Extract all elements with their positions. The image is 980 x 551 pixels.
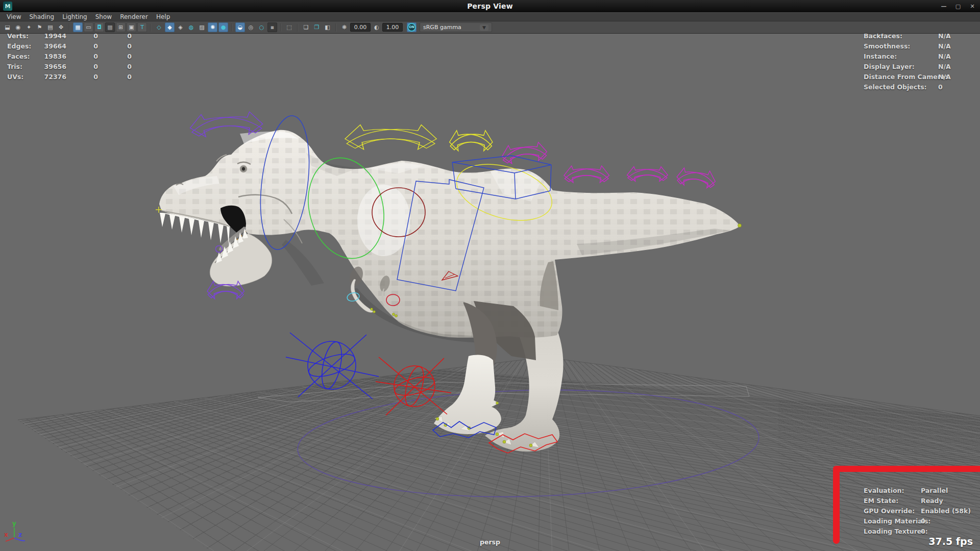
hud-row: Smoothness:N/A bbox=[864, 41, 951, 52]
xray-active-button[interactable]: ◧ bbox=[323, 22, 332, 32]
ik-sphere-control-blue[interactable] bbox=[286, 333, 379, 399]
motion-blur-button[interactable]: ◎ bbox=[246, 22, 256, 32]
safe-action-button[interactable]: ▣ bbox=[127, 22, 136, 32]
menu-renderer[interactable]: Renderer bbox=[116, 12, 152, 21]
textured-button[interactable]: ◍ bbox=[186, 22, 196, 32]
toolbar-separator bbox=[280, 23, 281, 32]
image-plane-icon[interactable]: ▤ bbox=[45, 22, 55, 32]
bookmark-icon[interactable]: ⚑ bbox=[35, 22, 44, 32]
hud-row: Edges:3966400 bbox=[7, 41, 132, 52]
hud-row: Display Layer:N/A bbox=[864, 62, 951, 72]
wireframe-on-shaded-button[interactable]: ◈ bbox=[176, 22, 185, 32]
hud-row: Instance:N/A bbox=[864, 52, 951, 62]
field-chart-button[interactable]: ⊞ bbox=[116, 22, 126, 32]
view-transform-value: sRGB gamma bbox=[423, 24, 461, 31]
dof-button[interactable]: ▪ bbox=[267, 22, 277, 32]
lights-button[interactable]: ✺ bbox=[208, 22, 217, 32]
viewport: Verts:1994400 Edges:3966400 Faces:198360… bbox=[0, 34, 980, 551]
hud-row: Distance From Camera:N/A bbox=[864, 72, 951, 82]
hud-row: EM State:Ready bbox=[864, 496, 971, 506]
xray-button[interactable]: ❏ bbox=[301, 22, 311, 32]
hud-object-details: Backfaces:N/A Smoothness:N/A Instance:N/… bbox=[864, 34, 951, 92]
menu-lighting[interactable]: Lighting bbox=[58, 12, 91, 21]
spine-rotate-control-1[interactable] bbox=[345, 125, 436, 149]
resolution-gate-button[interactable]: ◘ bbox=[94, 22, 104, 32]
menu-help[interactable]: Help bbox=[152, 12, 174, 21]
hud-row: Backfaces:N/A bbox=[864, 34, 951, 41]
minimize-icon[interactable]: — bbox=[940, 3, 947, 10]
anti-alias-button[interactable]: ○ bbox=[257, 22, 266, 32]
film-gate-button[interactable]: ▭ bbox=[84, 22, 93, 32]
gamma-input[interactable] bbox=[382, 23, 403, 32]
spine-rotate-control-2[interactable] bbox=[450, 131, 493, 151]
window-title: Persp View bbox=[0, 2, 980, 10]
hud-row: Loading Materials:0 bbox=[864, 516, 971, 527]
ssao-button[interactable]: ◒ bbox=[235, 22, 245, 32]
axis-gizmo[interactable]: y x z bbox=[1, 515, 34, 548]
panel-toolbar: ⬓ ◉ ✦ ⚑ ▤ ✥ ▦ ▭ ◘ ▩ ⊞ ▣ T ◇ ◆ ◈ ◍ ▨ ✺ ● … bbox=[0, 21, 980, 34]
xray-joints-button[interactable]: ❐ bbox=[312, 22, 322, 32]
menu-shading[interactable]: Shading bbox=[25, 12, 58, 21]
hud-poly-count: Verts:1994400 Edges:3966400 Faces:198360… bbox=[7, 34, 132, 82]
hud-row: Selected Objects:0 bbox=[864, 82, 951, 92]
hip-rotate-control[interactable] bbox=[501, 141, 548, 164]
hud-evaluation: Evaluation:Parallel EM State:Ready GPU O… bbox=[864, 486, 971, 537]
hud-row: Verts:1994400 bbox=[7, 34, 132, 41]
menu-view[interactable]: View bbox=[3, 12, 25, 21]
isolate-select-button[interactable]: ⬚ bbox=[284, 22, 294, 32]
color-managed-on-icon: ON bbox=[407, 23, 416, 32]
hud-row: Tris:3965600 bbox=[7, 62, 132, 72]
smooth-shade-button[interactable]: ◆ bbox=[165, 22, 175, 32]
persp-view-window: M Persp View — ▢ ✕ View Shading Lighting… bbox=[0, 0, 980, 551]
camera-select-icon[interactable]: ⬓ bbox=[3, 22, 12, 32]
maximize-icon[interactable]: ▢ bbox=[954, 3, 962, 10]
toolbar-separator bbox=[231, 23, 232, 32]
hud-row: GPU Override:Enabled (58k) bbox=[864, 506, 971, 516]
red-highlight-bracket-horizontal bbox=[833, 466, 980, 472]
axis-y-label: y bbox=[12, 520, 16, 527]
tail-rotate-control-2[interactable] bbox=[627, 167, 668, 182]
red-highlight-bracket-vertical bbox=[833, 466, 840, 544]
wireframe-button[interactable]: ◇ bbox=[154, 22, 164, 32]
tail-rotate-control-1[interactable] bbox=[564, 166, 609, 183]
contrast-icon[interactable]: ◐ bbox=[372, 22, 381, 32]
gate-mask-button[interactable]: ▩ bbox=[105, 22, 115, 32]
exposure-icon[interactable]: ❋ bbox=[339, 22, 349, 32]
exposure-input[interactable] bbox=[350, 23, 371, 32]
axis-x-label: x bbox=[4, 531, 8, 538]
camera-attributes-icon[interactable]: ✦ bbox=[24, 22, 34, 32]
toolbar-separator bbox=[150, 23, 151, 32]
pan-zoom-icon[interactable]: ✥ bbox=[56, 22, 66, 32]
safe-title-button[interactable]: T bbox=[137, 22, 147, 32]
close-icon[interactable]: ✕ bbox=[969, 3, 976, 10]
camera-name-label: persp bbox=[0, 538, 980, 546]
color-managed-toggle[interactable]: ON bbox=[407, 22, 416, 32]
hud-row: Faces:1983600 bbox=[7, 52, 132, 62]
title-bar[interactable]: M Persp View — ▢ ✕ bbox=[0, 0, 980, 12]
view-transform-dropdown[interactable]: sRGB gamma ▼ bbox=[420, 22, 492, 32]
menu-show[interactable]: Show bbox=[91, 12, 116, 21]
toolbar-separator bbox=[297, 23, 298, 32]
axis-z-label: z bbox=[18, 531, 22, 538]
panel-menu-bar: View Shading Lighting Show Renderer Help bbox=[0, 12, 980, 21]
shadows-button[interactable]: ● bbox=[218, 22, 228, 32]
tail-rotate-control-3[interactable] bbox=[676, 167, 716, 189]
use-default-material-button[interactable]: ▨ bbox=[197, 22, 207, 32]
grid-toggle-button[interactable]: ▦ bbox=[73, 22, 83, 32]
hud-row: Loading Textures:0 bbox=[864, 527, 971, 537]
camera-lock-icon[interactable]: ◉ bbox=[13, 22, 23, 32]
toolbar-separator bbox=[335, 23, 336, 32]
hud-row: Evaluation:Parallel bbox=[864, 486, 971, 496]
chevron-down-icon: ▼ bbox=[480, 24, 488, 31]
toolbar-separator bbox=[69, 23, 70, 32]
hud-row: UVs:7237600 bbox=[7, 72, 132, 82]
